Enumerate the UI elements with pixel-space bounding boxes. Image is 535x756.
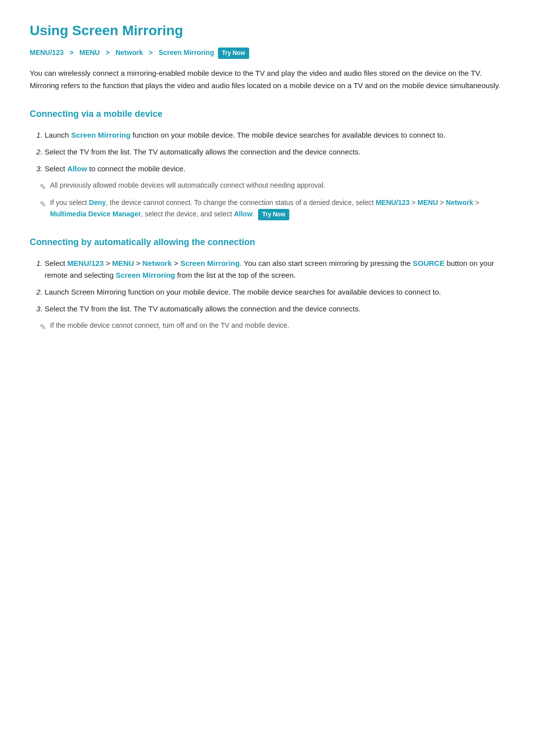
note1-2-menu: MENU — [418, 199, 438, 206]
step2-1: Select MENU/123 > MENU > Network > Scree… — [45, 257, 505, 281]
section1-steps: Launch Screen Mirroring function on your… — [30, 129, 505, 175]
note1-2: ✎ If you select Deny, the device cannot … — [40, 197, 505, 220]
step1-3-text: Select Allow to connect the mobile devic… — [45, 164, 185, 173]
section2-title: Connecting by automatically allowing the… — [30, 235, 505, 250]
step1-3-highlight-allow: Allow — [67, 164, 87, 173]
page-title: Using Screen Mirroring — [30, 20, 505, 42]
step1-1: Launch Screen Mirroring function on your… — [45, 129, 505, 141]
section2-notes: ✎ If the mobile device cannot connect, t… — [40, 320, 505, 334]
note1-2-allow: Allow — [234, 210, 252, 218]
step2-1-menu: MENU — [112, 259, 134, 267]
breadcrumb-item-2[interactable]: MENU — [79, 49, 100, 56]
note1-2-text: If you select Deny, the device cannot co… — [50, 197, 505, 220]
step2-1-network: Network — [143, 259, 172, 267]
note1-2-multimedia: Multimedia Device Manager — [50, 210, 141, 218]
breadcrumb-separator-3: > — [147, 49, 155, 56]
step1-3: Select Allow to connect the mobile devic… — [45, 163, 505, 175]
step2-1-source: SOURCE — [413, 259, 444, 267]
section1-title: Connecting via a mobile device — [30, 107, 505, 121]
step1-1-text: Launch Screen Mirroring function on your… — [45, 131, 445, 139]
step1-1-highlight-screen-mirroring: Screen Mirroring — [71, 131, 130, 139]
breadcrumb: MENU/123 > MENU > Network > Screen Mirro… — [30, 47, 505, 59]
note1-2-icon: ✎ — [40, 198, 46, 211]
step2-1-text: Select MENU/123 > MENU > Network > Scree… — [45, 259, 494, 279]
step2-1-screen-mirroring: Screen Mirroring — [180, 259, 240, 267]
step2-2: Launch Screen Mirroring function on your… — [45, 286, 505, 298]
try-now-badge-header[interactable]: Try Now — [218, 48, 249, 59]
breadcrumb-item-1[interactable]: MENU/123 — [30, 49, 63, 56]
breadcrumb-separator-2: > — [104, 49, 111, 56]
note1-1-text: All previously allowed mobile devices wi… — [50, 180, 505, 191]
note1-1-icon: ✎ — [40, 181, 46, 194]
note1-2-network: Network — [446, 199, 473, 206]
section-connecting-via-mobile: Connecting via a mobile device Launch Sc… — [30, 107, 505, 220]
step2-1-screen-mirroring2: Screen Mirroring — [115, 271, 175, 279]
section1-notes: ✎ All previously allowed mobile devices … — [40, 180, 505, 220]
note1-2-deny: Deny — [89, 199, 106, 206]
section2-steps: Select MENU/123 > MENU > Network > Scree… — [30, 257, 505, 315]
step2-3: Select the TV from the list. The TV auto… — [45, 303, 505, 315]
step1-2: Select the TV from the list. The TV auto… — [45, 146, 505, 158]
step1-2-text: Select the TV from the list. The TV auto… — [45, 148, 361, 156]
step2-3-text: Select the TV from the list. The TV auto… — [45, 304, 361, 313]
step2-2-text: Launch Screen Mirroring function on your… — [45, 288, 441, 296]
note1-2-menu123: MENU/123 — [375, 199, 409, 206]
breadcrumb-separator-1: > — [67, 49, 75, 56]
note1-1: ✎ All previously allowed mobile devices … — [40, 180, 505, 194]
breadcrumb-item-4[interactable]: Screen Mirroring — [159, 49, 214, 56]
try-now-badge-note1[interactable]: Try Now — [258, 209, 289, 220]
breadcrumb-item-3[interactable]: Network — [115, 49, 143, 56]
note2-1-text: If the mobile device cannot connect, tur… — [50, 320, 505, 331]
note2-1-icon: ✎ — [40, 321, 46, 334]
note2-1: ✎ If the mobile device cannot connect, t… — [40, 320, 505, 334]
step2-1-menu123: MENU/123 — [67, 259, 104, 267]
intro-text: You can wirelessly connect a mirroring-e… — [30, 67, 505, 92]
section-connecting-auto: Connecting by automatically allowing the… — [30, 235, 505, 333]
